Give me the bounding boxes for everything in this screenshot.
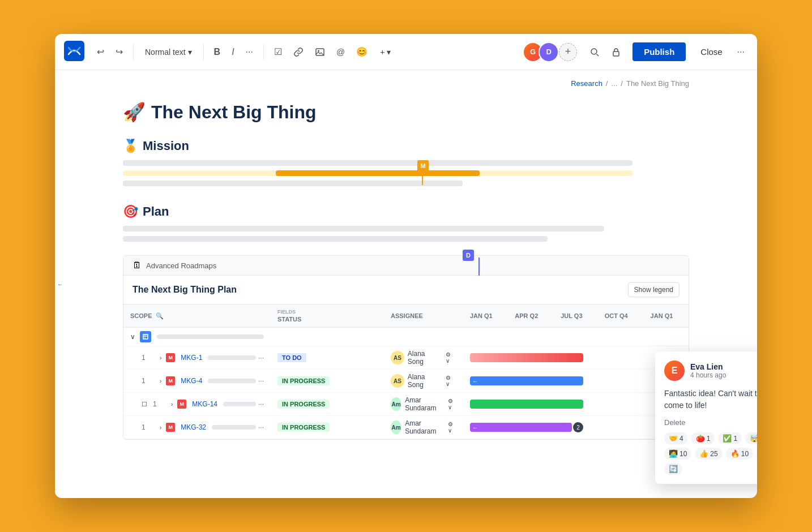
bar-arrow-2: ← <box>472 378 478 384</box>
reaction-tomato[interactable]: 🍅1 <box>691 432 715 444</box>
cursor-line-d <box>478 258 480 276</box>
row-expand-2[interactable]: › <box>160 378 161 384</box>
comment-body: Fantastic idea! Can't wait to see this c… <box>664 388 757 411</box>
cursor-m: M <box>417 160 429 171</box>
reaction-exploding[interactable]: 🤯2 <box>745 432 757 444</box>
reaction-check[interactable]: ✅1 <box>718 432 742 444</box>
roadmap-container: 🗓 Advanced Roadmaps The Next Big Thing P… <box>123 255 689 440</box>
row-check-3[interactable]: ☐ <box>142 401 151 408</box>
avatar-user-d: D <box>539 42 559 62</box>
collapse-toggle[interactable]: ∨ <box>130 333 135 341</box>
title-emoji: 🚀 <box>123 101 146 123</box>
divider-1 <box>133 44 134 60</box>
redo-button[interactable]: ↪ <box>112 43 126 61</box>
overflow-menu-button[interactable]: ··· <box>734 44 748 61</box>
assignee-controls-2[interactable]: ⚙ ∨ <box>446 375 456 387</box>
comment-header: E Eva Lien 4 hours ago <box>664 361 757 381</box>
svg-rect-4 <box>613 52 619 56</box>
delete-comment-button[interactable]: Delete <box>664 418 757 427</box>
table-row: 1 › M MKG-4 ··· IN PROGRESS <box>123 370 689 393</box>
breadcrumb-research[interactable]: Research <box>571 79 602 88</box>
status-badge-1: TO DO <box>277 353 306 362</box>
breadcrumb: Research / ... / The Next Big Thing <box>123 70 689 101</box>
add-collaborator-button[interactable]: + <box>559 43 577 61</box>
bar-red-1 <box>470 353 583 362</box>
mkg14-icon: M <box>177 400 186 409</box>
roadmap-title: The Next Big Thing Plan <box>133 285 237 295</box>
reaction-fire[interactable]: 🔥10 <box>726 448 753 460</box>
highlight-inner <box>276 170 480 176</box>
search-button[interactable] <box>586 44 603 61</box>
undo-button[interactable]: ↩ <box>93 43 108 61</box>
bold-button[interactable]: B <box>211 44 224 61</box>
highlighted-line <box>123 170 632 176</box>
row-num-4: 1 <box>142 423 155 431</box>
plan-heading: 🎯 Plan <box>123 204 689 219</box>
publish-button[interactable]: Publish <box>632 42 686 61</box>
assignee-name-2: Alana Song <box>408 373 443 389</box>
roadmap-header: 🗓 Advanced Roadmaps <box>123 256 689 276</box>
more-formatting-button[interactable]: ··· <box>242 44 257 61</box>
reaction-handshake[interactable]: 🤝4 <box>664 432 688 444</box>
breadcrumb-sep2: / <box>621 79 623 88</box>
mkg14-bar <box>223 402 256 406</box>
mkg32-key: MKG-32 <box>181 423 206 431</box>
status-cell-4: IN PROGRESS <box>271 416 384 439</box>
scope-cell-1: 1 › M MKG-1 ··· <box>123 346 271 370</box>
scope-search-icon[interactable]: 🔍 <box>156 312 164 320</box>
status-badge-3: IN PROGRESS <box>277 400 330 409</box>
assignee-avatar-1: AS <box>391 351 404 364</box>
table-row: ☐ 1 › M MKG-14 ··· IN PROGRESS <box>123 393 689 416</box>
assignee-controls-1[interactable]: ⚙ ∨ <box>446 351 456 364</box>
reaction-heart[interactable]: ❤️20 <box>757 448 757 460</box>
bar-green-3: ← <box>470 400 583 409</box>
row-expand-1[interactable]: › <box>160 355 161 361</box>
mention-button[interactable]: @ <box>333 44 348 60</box>
mkg1-more[interactable]: ··· <box>258 354 264 362</box>
reaction-cycle[interactable]: 🔄 <box>664 463 682 475</box>
title-text: The Next Big Thing <box>151 102 317 123</box>
comment-author-name: Eva Lien <box>690 362 726 371</box>
insert-button[interactable]: + ▾ <box>375 44 395 60</box>
row-expand-3[interactable]: › <box>171 401 173 407</box>
insert-plus: + <box>380 48 384 57</box>
mkg14-more[interactable]: ··· <box>258 400 264 408</box>
mkg32-more[interactable]: ··· <box>258 423 264 431</box>
roadmap-table: SCOPE 🔍 FIELDS Status Assignee Jan Q1 <box>123 304 689 439</box>
close-button[interactable]: Close <box>694 42 729 61</box>
row-num-1: 1 <box>142 354 155 362</box>
assignee-name-3: Amar Sundaram <box>405 396 445 412</box>
link-button[interactable] <box>290 44 307 61</box>
tl-jq1: Jan Q1 <box>463 304 508 328</box>
roadmap-title-row: The Next Big Thing Plan Show legend <box>123 276 689 304</box>
image-button[interactable] <box>311 44 328 61</box>
row-expand-4[interactable]: › <box>160 424 161 431</box>
checkbox-button[interactable]: ☑ <box>271 43 285 61</box>
roadmap-tbody: ∨ <box>123 328 689 439</box>
lock-button[interactable] <box>608 44 625 61</box>
mkg4-more[interactable]: ··· <box>258 377 264 385</box>
assignee-controls-3[interactable]: ⚙ ∨ <box>448 398 456 410</box>
row-num-2: 1 <box>142 377 155 385</box>
assignee-header: Assignee <box>384 304 463 328</box>
timeline-cell-parent <box>463 328 689 346</box>
emoji-button[interactable]: 😊 <box>353 43 371 61</box>
plan-emoji: 🎯 <box>123 204 138 219</box>
tl-jq3: Jul Q3 <box>554 304 598 328</box>
italic-button[interactable]: I <box>228 44 237 61</box>
comment-popup: E Eva Lien 4 hours ago Fantastic idea! C… <box>655 351 757 484</box>
reaction-laptop[interactable]: 🧑‍💻10 <box>664 448 691 460</box>
mission-content: M <box>123 160 689 186</box>
status-cell-2: IN PROGRESS <box>271 370 384 393</box>
bar-blue-2: ← <box>470 376 583 385</box>
cursor-d: D <box>463 250 474 261</box>
svg-point-3 <box>591 49 597 54</box>
assignee-cell-3: Am Amar Sundaram ⚙ ∨ <box>384 393 463 416</box>
row-num-3: 1 <box>153 400 166 408</box>
format-selector[interactable]: Normal text ▾ <box>140 44 196 60</box>
assignee-controls-4[interactable]: ⚙ ∨ <box>448 421 456 434</box>
confluence-logo[interactable] <box>64 41 84 63</box>
assignee-avatar-3: Am <box>391 397 401 411</box>
show-legend-button[interactable]: Show legend <box>628 282 679 297</box>
reaction-thumbsup[interactable]: 👍25 <box>695 448 722 460</box>
